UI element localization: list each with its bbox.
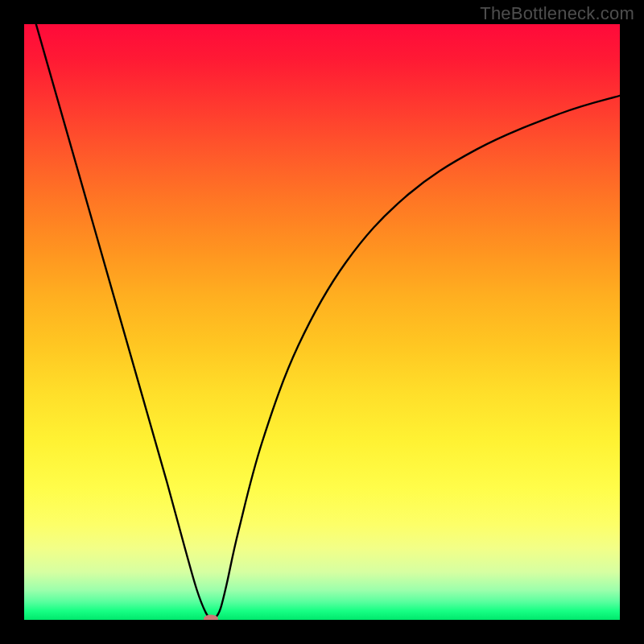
chart-frame: TheBottleneck.com [0, 0, 644, 644]
plot-area [24, 24, 620, 620]
minimum-marker [204, 615, 218, 620]
watermark-text: TheBottleneck.com [480, 3, 634, 24]
bottleneck-curve [24, 24, 620, 620]
